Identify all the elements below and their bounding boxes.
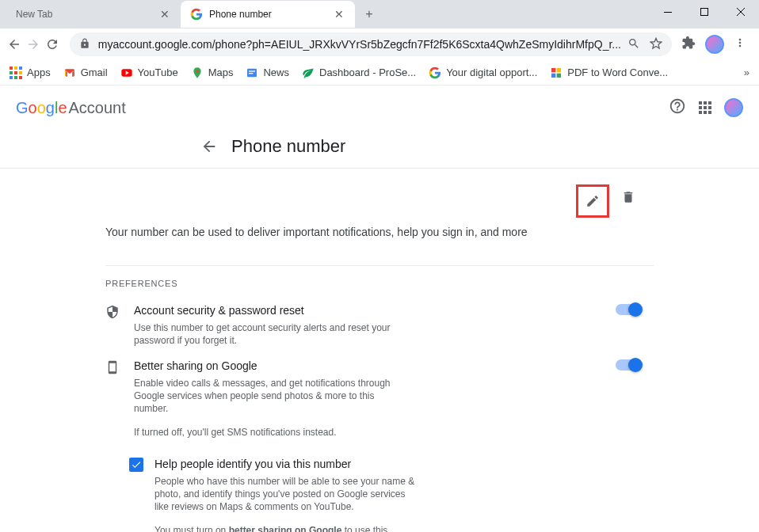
bookmark-pdf[interactable]: PDF to Word Conve... <box>550 66 668 79</box>
close-icon[interactable]: ✕ <box>158 8 171 21</box>
bookmark-news[interactable]: News <box>246 66 289 79</box>
bookmark-label: Dashboard - ProSe... <box>319 66 416 78</box>
url-text: myaccount.google.com/phone?ph=AEIUL_JRXk… <box>98 38 621 51</box>
svg-rect-7 <box>551 68 555 72</box>
pref-desc: Use this number to get account security … <box>134 321 395 347</box>
back-arrow[interactable] <box>200 137 219 156</box>
minimize-button[interactable] <box>650 0 686 24</box>
tab-title: New Tab <box>16 9 152 20</box>
maximize-button[interactable] <box>686 0 723 24</box>
svg-point-3 <box>196 70 198 72</box>
tab-phone[interactable]: Phone number ✕ <box>181 1 355 28</box>
forward-button[interactable] <box>25 32 41 57</box>
tab-title: Phone number <box>209 9 326 20</box>
bookmarks-overflow[interactable]: » <box>744 66 749 78</box>
bookmark-maps[interactable]: Maps <box>191 66 234 79</box>
page-title-row: Phone number <box>0 130 759 169</box>
new-tab-button[interactable]: + <box>358 3 380 25</box>
bookmark-dashboard[interactable]: Dashboard - ProSe... <box>302 66 416 79</box>
apps-icon <box>10 66 22 79</box>
bookmark-gmail[interactable]: Gmail <box>63 66 108 79</box>
pref-desc: Enable video calls & messages, and get n… <box>134 377 395 415</box>
svg-rect-1 <box>701 9 708 16</box>
account-text: Account <box>69 99 126 117</box>
device-icon <box>105 360 121 378</box>
leaf-icon <box>302 66 315 79</box>
preferences-label: PREFERENCES <box>105 279 654 288</box>
tab-new[interactable]: New Tab ✕ <box>6 1 181 28</box>
lock-icon <box>79 38 90 51</box>
checkbox-title: Help people identify you via this number <box>154 458 654 470</box>
bookmark-label: YouTube <box>138 66 178 78</box>
profile-avatar[interactable] <box>705 35 724 54</box>
svg-rect-0 <box>664 12 672 13</box>
bookmark-label: News <box>263 66 289 78</box>
google-logo: Google <box>16 99 67 117</box>
pref-sharing: Better sharing on Google Enable video ca… <box>105 353 654 445</box>
bookmark-youtube[interactable]: YouTube <box>120 66 178 79</box>
account-avatar[interactable] <box>724 98 743 117</box>
bookmark-label: Gmail <box>81 66 108 78</box>
toggle-sharing[interactable] <box>616 359 641 370</box>
page-title: Phone number <box>231 136 345 157</box>
gmail-icon <box>63 66 76 79</box>
pdf-icon <box>550 66 563 79</box>
delete-button[interactable] <box>616 184 641 210</box>
pref-title: Account security & password reset <box>134 304 603 317</box>
bookmark-label: Maps <box>208 66 234 78</box>
menu-icon[interactable] <box>734 36 746 52</box>
bookmark-label: Your digital opport... <box>446 66 537 78</box>
apps-menu-icon[interactable] <box>699 101 711 114</box>
actions-row <box>105 184 654 218</box>
url-row: myaccount.google.com/phone?ph=AEIUL_JRXk… <box>0 28 759 60</box>
description: Your number can be used to deliver impor… <box>105 224 654 240</box>
shield-icon <box>105 305 121 322</box>
content: Your number can be used to deliver impor… <box>105 169 654 532</box>
reload-button[interactable] <box>44 32 60 57</box>
bookmark-digital[interactable]: Your digital opport... <box>429 66 537 79</box>
page-content: Google Account Phone number Your number … <box>0 86 759 532</box>
close-button[interactable] <box>723 0 759 24</box>
google-favicon <box>190 8 203 21</box>
news-icon <box>246 66 258 79</box>
bookmark-label: Apps <box>27 66 51 78</box>
checkbox-note: You must turn on better sharing on Googl… <box>154 524 416 532</box>
svg-rect-5 <box>249 70 255 71</box>
pref-security: Account security & password reset Use th… <box>105 298 654 353</box>
back-button[interactable] <box>6 32 22 57</box>
svg-rect-9 <box>551 73 555 77</box>
tabs-row: New Tab ✕ Phone number ✕ + <box>0 0 759 28</box>
edit-highlight <box>576 184 609 218</box>
help-icon[interactable] <box>669 97 686 118</box>
checkbox-identify: Help people identify you via this number… <box>129 458 654 532</box>
youtube-icon <box>120 66 133 79</box>
bookmark-apps[interactable]: Apps <box>10 66 51 79</box>
svg-rect-10 <box>557 73 561 77</box>
bookmarks-bar: Apps Gmail YouTube Maps News Dashboard -… <box>0 60 759 86</box>
search-icon[interactable] <box>627 37 640 52</box>
close-icon[interactable]: ✕ <box>333 8 345 21</box>
star-icon[interactable] <box>650 37 662 52</box>
browser-chrome: New Tab ✕ Phone number ✕ + myaccount.goo… <box>0 0 759 86</box>
pref-title: Better sharing on Google <box>134 359 603 372</box>
google-icon <box>429 66 441 79</box>
account-header: Google Account <box>0 86 759 130</box>
svg-rect-8 <box>557 68 561 72</box>
url-bar[interactable]: myaccount.google.com/phone?ph=AEIUL_JRXk… <box>70 32 672 56</box>
pref-note: If turned off, you'll get SMS notificati… <box>134 426 395 439</box>
checkbox[interactable] <box>129 458 143 472</box>
bookmark-label: PDF to Word Conve... <box>567 66 668 78</box>
checkbox-desc: People who have this number will be able… <box>154 475 416 513</box>
toggle-security[interactable] <box>616 304 641 315</box>
maps-icon <box>191 66 204 79</box>
extensions-icon[interactable] <box>681 36 696 53</box>
edit-button[interactable] <box>580 188 605 214</box>
svg-rect-6 <box>249 73 253 74</box>
